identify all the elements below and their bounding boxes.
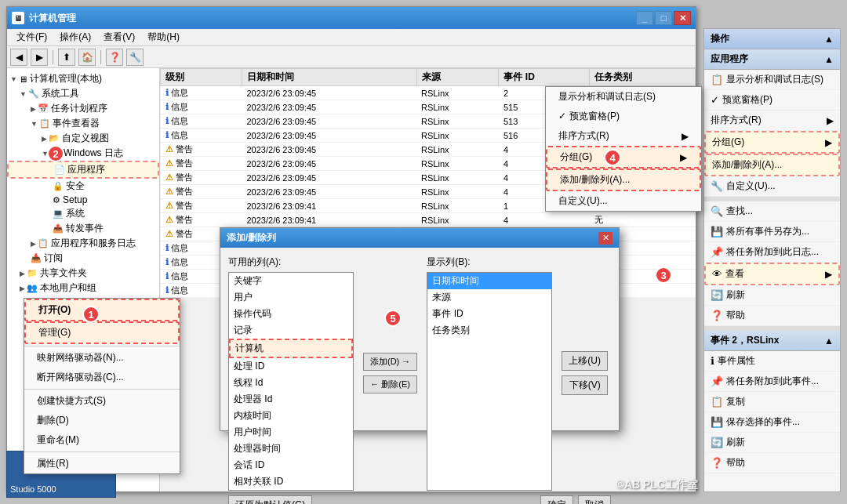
available-listbox[interactable]: 关键字用户操作代码记录计算机处理 ID线程 Id处理器 Id内核时间用户时间处理… (228, 272, 354, 491)
tree-system[interactable]: 💻 系统 (7, 206, 159, 221)
action-view[interactable]: 👁 查看 ▶ (704, 263, 840, 285)
ctx-show-debug[interactable]: 显示分析和调试日志(S) (546, 87, 701, 107)
list-item[interactable]: 处理器 Id (229, 391, 353, 408)
cancel-button[interactable]: 取消 (578, 495, 611, 504)
list-item[interactable]: 任务类别 (427, 322, 551, 339)
list-item[interactable]: 处理器时间 (229, 441, 353, 457)
action-help2[interactable]: ❓ 帮助 (704, 453, 840, 473)
toolbar-separator (53, 50, 53, 64)
custom-icon: 🔧 (711, 180, 723, 192)
list-item[interactable]: 记录 (229, 322, 353, 339)
up-button[interactable]: ⬆ (58, 49, 75, 66)
badge-5: 5 (384, 310, 402, 327)
action-copy[interactable]: 📋 复制 (704, 392, 840, 412)
tree-system-tools[interactable]: ▼ 🔧 系统工具 (7, 86, 159, 101)
restore-defaults-button[interactable]: 还原为默认值(G) (228, 495, 312, 504)
ctx-sort[interactable]: 排序方式(R) ▶ (546, 126, 701, 146)
action-add-remove-cols[interactable]: 添加/删除列(A)... (704, 154, 840, 176)
list-item[interactable]: 操作代码 (229, 306, 353, 322)
move-up-button[interactable]: 上移(U) (562, 351, 608, 371)
ctx-create-shortcut[interactable]: 创建快捷方式(S) (24, 391, 180, 411)
cell-level: ⚠ 警告 (161, 143, 242, 157)
tree-windows-log[interactable]: ▼ 📂 Windows 日志 (7, 146, 159, 161)
tree-shared-folders[interactable]: ▶ 📁 共享文件夹 (7, 266, 159, 281)
ok-button[interactable]: 确定 (540, 495, 573, 504)
action-find[interactable]: 🔍 查找... (704, 201, 840, 222)
action-group[interactable]: 分组(G) ▶ (704, 131, 840, 154)
tree-forwarded[interactable]: 📤 转发事件 (7, 221, 159, 236)
list-item[interactable]: 计算机 (229, 339, 353, 358)
ctx-group[interactable]: 分组(G) ▶ (546, 146, 701, 169)
list-item[interactable]: 线程 Id (229, 375, 353, 391)
action-attach-event-task[interactable]: 📌 将任务附加到此事件... (704, 372, 840, 392)
ctx-properties[interactable]: 属性(R) (24, 454, 180, 473)
ctx-disconnect-drive[interactable]: 断开网络驱动器(C)... (24, 368, 180, 387)
close-button[interactable]: ✕ (674, 11, 691, 25)
tree-app-services[interactable]: ▶ 📋 应用程序和服务日志 (7, 236, 159, 251)
ctx-map-drive[interactable]: 映射网络驱动器(N)... (24, 348, 180, 368)
add-column-button[interactable]: 添加(D) → (363, 353, 417, 371)
ctx-custom[interactable]: 自定义(U)... (546, 191, 701, 211)
list-item[interactable]: 用户 (229, 289, 353, 306)
ctx-add-remove[interactable]: 添加/删除列(A)... (546, 169, 701, 191)
display-section: 显示列(B): 日期和时间来源事件 ID任务类别 (427, 256, 552, 491)
list-item[interactable]: 关键字 (229, 273, 353, 289)
action-preview-pane[interactable]: ✓ 预览窗格(P) (704, 90, 840, 111)
tree-root[interactable]: ▼ 🖥 计算机管理(本地) (7, 71, 159, 86)
tree-application[interactable]: 📄 应用程序 (7, 161, 159, 179)
tree-event-viewer[interactable]: ▼ 📋 事件查看器 (7, 116, 159, 131)
action-save-selected[interactable]: 💾 保存选择的事件... (704, 412, 840, 433)
menu-view[interactable]: 查看(V) (97, 29, 141, 45)
list-item[interactable]: 会话 ID (229, 457, 353, 473)
list-item[interactable]: 内核时间 (229, 408, 353, 424)
tree-custom-views[interactable]: ▶ 📂 自定义视图 (7, 131, 159, 146)
list-item[interactable]: 相对关联 ID (229, 473, 353, 490)
move-down-button[interactable]: 下移(V) (562, 375, 608, 395)
action-help[interactable]: ❓ 帮助 (704, 306, 840, 326)
back-button[interactable]: ◀ (10, 49, 27, 66)
list-item[interactable]: 日期和时间 (427, 273, 551, 289)
action-show-debug[interactable]: 📋 显示分析和调试日志(S) (704, 70, 840, 90)
display-listbox[interactable]: 日期和时间来源事件 ID任务类别 (427, 272, 552, 491)
menu-help[interactable]: 帮助(H) (141, 29, 186, 45)
remove-column-button[interactable]: ← 删除(E) (363, 375, 417, 393)
action-refresh[interactable]: 🔄 刷新 (704, 285, 840, 306)
tree-setup[interactable]: ⚙ Setup (7, 194, 159, 206)
debug-icon: 📋 (711, 74, 723, 85)
ctx-manage[interactable]: 管理(G) (24, 321, 180, 344)
action-custom[interactable]: 🔧 自定义(U)... (704, 176, 840, 197)
dialog-close-button[interactable]: ✕ (598, 232, 613, 245)
ctx-delete[interactable]: 删除(D) (24, 411, 180, 430)
table-row[interactable]: ⚠ 警告 2023/2/6 23:09:41 RSLinx 4 无 (161, 213, 696, 227)
ctx-rename[interactable]: 重命名(M) (24, 430, 180, 450)
list-item[interactable]: 事件 ID (427, 306, 551, 322)
tree-local-users[interactable]: ▶ 👥 本地用户和组 (7, 281, 159, 296)
toolbar: ◀ ▶ ⬆ 🏠 ❓ 🔧 (7, 46, 696, 68)
cell-source: RSLinx (416, 114, 499, 129)
ctx-open[interactable]: 打开(O) (24, 299, 180, 321)
menu-action[interactable]: 操作(A) (53, 29, 97, 45)
action-attach-task[interactable]: 📌 将任务附加到此日志... (704, 242, 840, 263)
cell-level: ⚠ 警告 (161, 157, 242, 171)
ctx-sep1 (24, 346, 180, 346)
tree-security[interactable]: 🔒 安全 (7, 179, 159, 194)
maximize-button[interactable]: □ (655, 11, 672, 25)
action-save-all[interactable]: 💾 将所有事件另存为... (704, 222, 840, 242)
tree-task-scheduler[interactable]: ▶ 📅 任务计划程序 (7, 101, 159, 116)
action-refresh2[interactable]: 🔄 刷新 (704, 433, 840, 453)
forward-button[interactable]: ▶ (31, 49, 48, 66)
minimize-button[interactable]: _ (636, 11, 653, 25)
tree-subscriptions[interactable]: 📥 订阅 (7, 251, 159, 266)
help-button[interactable]: ❓ (106, 49, 123, 66)
list-item[interactable]: 用户时间 (229, 424, 353, 441)
home-button[interactable]: 🏠 (78, 49, 96, 66)
list-item[interactable]: 来源 (427, 289, 551, 306)
display-label: 显示列(B): (427, 256, 552, 269)
ctx-preview-pane[interactable]: ✓预览窗格(P) (546, 107, 701, 126)
settings-button[interactable]: 🔧 (126, 49, 144, 66)
action-event-props[interactable]: ℹ 事件属性 (704, 351, 840, 372)
menu-file[interactable]: 文件(F) (10, 29, 53, 45)
action-sort[interactable]: 排序方式(R) ▶ (704, 111, 840, 131)
window-title: 计算机管理 (29, 12, 636, 25)
list-item[interactable]: 处理 ID (229, 358, 353, 375)
